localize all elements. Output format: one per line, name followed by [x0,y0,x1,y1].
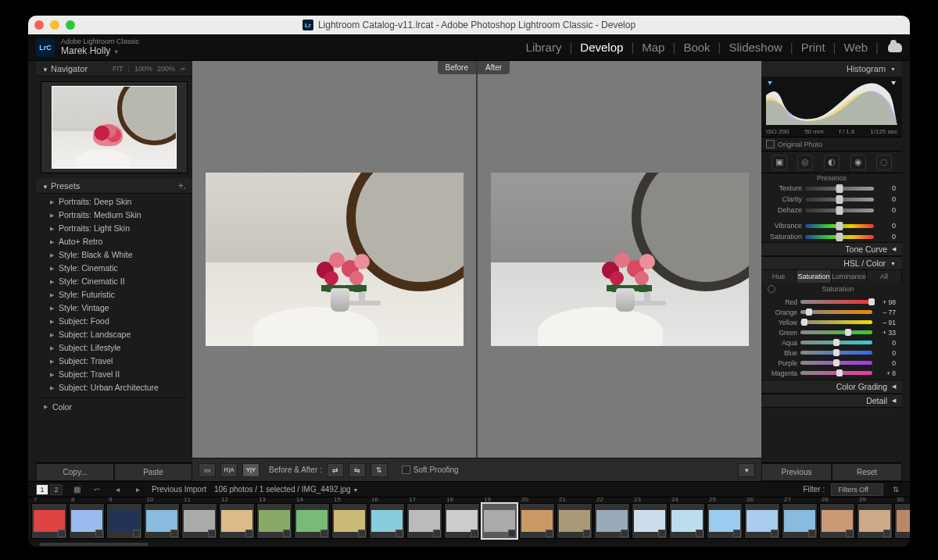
hsl-slider-green[interactable]: Green+ 33 [761,327,902,337]
slider-value[interactable]: 0 [875,339,896,347]
filter-dropdown[interactable]: Filters Off [831,483,883,496]
filmstrip-thumb[interactable]: 28 [819,503,855,539]
filmstrip-thumb[interactable]: 22 [594,503,630,539]
preset-item[interactable]: ▶Style: Futuristic [36,288,192,301]
preset-item[interactable]: ▶Portraits: Deep Skin [36,195,192,209]
slider-knob[interactable] [801,319,807,326]
copy-button[interactable]: Copy... [36,463,114,481]
identity-plate[interactable]: LrC Adobe Lightroom Classic Marek Holly … [36,38,139,57]
filmstrip-thumb[interactable]: 24 [669,503,705,539]
filmstrip-thumb[interactable]: 10 [144,503,180,539]
preset-item[interactable]: ▶Style: Black & White [36,248,192,262]
slider-track[interactable] [800,310,872,314]
hsl-tab-all[interactable]: All [867,270,902,283]
slider-knob[interactable] [836,195,843,204]
hsl-slider-magenta[interactable]: Magenta+ 8 [761,368,902,378]
slider-track[interactable] [800,320,872,324]
slider-knob[interactable] [836,206,843,215]
filmstrip-thumb[interactable]: 23 [632,503,668,539]
slider-clarity[interactable]: Clarity0 [761,194,902,205]
filmstrip-thumb[interactable]: 15 [331,503,367,539]
toolbar-more-button[interactable]: ▾ [738,463,755,477]
slider-value[interactable]: – 77 [875,309,896,316]
filmstrip-scrollbar[interactable] [28,544,910,547]
soft-proofing-toggle[interactable]: Soft Proofing [402,465,459,474]
slider-value[interactable]: + 33 [875,329,896,337]
nav-200[interactable]: 200% [157,65,175,73]
slider-saturation[interactable]: Saturation0 [761,231,902,242]
filmstrip-thumb[interactable]: 20 [519,503,555,539]
slider-track[interactable] [800,351,872,355]
preset-item[interactable]: ▶Subject: Travel [36,355,192,368]
module-book[interactable]: Book [680,39,713,55]
filmstrip-thumb[interactable]: 19 [482,503,517,539]
preset-item[interactable]: ▶Subject: Food [36,315,192,328]
preset-item[interactable]: ▶Subject: Travel II [36,368,192,381]
slider-value[interactable]: 0 [875,359,896,367]
slider-value[interactable]: 0 [877,184,896,192]
slider-track[interactable] [800,371,872,375]
slider-track[interactable] [800,330,872,334]
preset-item[interactable]: ▶Style: Cinematic II [36,275,192,288]
hsl-slider-blue[interactable]: Blue0 [761,348,902,358]
slider-knob[interactable] [833,359,840,366]
jump-back-icon[interactable]: ⤺ [91,484,103,495]
ba-swap-button[interactable]: ⇅ [371,463,388,477]
preset-item[interactable]: ▶Auto+ Retro [36,235,192,248]
slider-dehaze[interactable]: Dehaze0 [761,205,902,216]
navigator-preview[interactable] [41,81,188,173]
filmstrip-thumb[interactable]: 12 [219,503,255,539]
filmstrip-thumb[interactable]: 26 [744,503,780,539]
slider-value[interactable]: + 98 [875,298,896,306]
hsl-tab-luminance[interactable]: Luminance [832,270,867,283]
paste-button[interactable]: Paste [114,463,192,481]
filmstrip-thumb[interactable]: 18 [444,503,480,539]
tone-curve-section[interactable]: Tone Curve◀ [761,242,902,256]
display-1-button[interactable]: 1 [36,484,48,495]
filmstrip-thumb[interactable]: 21 [557,503,593,539]
source-label[interactable]: Previous Import [152,485,206,494]
hsl-color-section[interactable]: HSL / Color▼ [761,256,902,270]
nav-100[interactable]: 100% [134,65,152,73]
hsl-tab-hue[interactable]: Hue [761,270,797,283]
filmstrip-thumb[interactable]: 29 [857,503,893,539]
filmstrip-thumb[interactable]: 9 [106,503,142,539]
add-preset-button[interactable]: +. [178,180,186,191]
radial-tool-button[interactable]: ◌ [876,155,892,170]
nav-fit[interactable]: FIT [113,65,124,73]
heal-tool-button[interactable]: ◎ [797,155,813,170]
preset-item[interactable]: ▶Style: Cinematic [36,262,192,275]
navigator-header[interactable]: ▼ Navigator FIT | 100% 200% ◂▸ [36,61,192,77]
preset-item[interactable]: ▶Portraits: Light Skin [36,222,192,235]
preset-item[interactable]: ▶Subject: Lifestyle [36,341,192,355]
nav-zoom-stepper-icon[interactable]: ◂▸ [180,66,186,72]
preset-item[interactable]: ▶Subject: Landscape [36,328,192,341]
slider-knob[interactable] [833,339,840,346]
module-library[interactable]: Library [523,39,565,55]
chevron-down-icon[interactable]: ▼ [353,487,358,493]
slider-track[interactable] [805,209,874,212]
slider-knob[interactable] [868,298,875,305]
module-slideshow[interactable]: Slideshow [725,39,785,55]
original-photo-toggle[interactable]: Original Photo [761,137,902,152]
slider-texture[interactable]: Texture0 [761,183,902,194]
preset-item[interactable]: ▶Style: Vintage [36,301,192,315]
slider-value[interactable]: 0 [877,233,896,241]
grid-view-icon[interactable]: ▦ [70,484,83,495]
crop-tool-button[interactable]: ▣ [772,155,787,170]
filter-lock-icon[interactable]: ⇅ [890,484,902,495]
slider-track[interactable] [805,187,874,191]
histogram-header[interactable]: Histogram ▼ [761,61,902,77]
slider-knob[interactable] [806,309,812,316]
loupe-view-button[interactable]: ▭ [199,463,216,477]
reference-view-button[interactable]: R|A [220,463,238,477]
chevron-right-icon[interactable]: ▸ [131,484,144,495]
ba-copy-after-button[interactable]: ⇆ [349,463,366,477]
ba-copy-before-button[interactable]: ⇄ [327,463,344,477]
navigator-zoom-levels[interactable]: FIT | 100% 200% ◂▸ [113,65,186,73]
target-adjust-icon[interactable] [768,285,775,293]
filmstrip-thumb[interactable]: 13 [256,503,292,539]
slider-value[interactable]: – 91 [875,319,896,326]
slider-knob[interactable] [836,369,843,376]
hsl-slider-aqua[interactable]: Aqua0 [761,337,902,348]
